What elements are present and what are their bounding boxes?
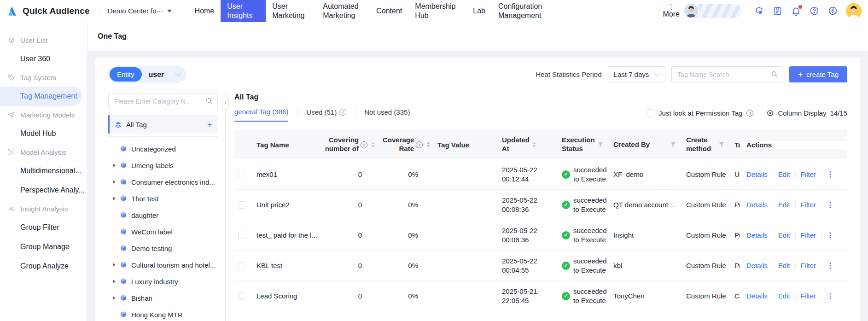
expand-caret-icon[interactable] <box>113 163 116 167</box>
edit-link[interactable]: Edit <box>778 292 790 300</box>
sidebar-item-group-manage[interactable]: Group Manage <box>0 237 87 257</box>
filter-icon[interactable] <box>719 142 724 147</box>
sort-icon[interactable] <box>426 142 430 147</box>
filter-link[interactable]: Filter <box>801 292 816 300</box>
brand[interactable]: Quick Audience <box>6 5 90 17</box>
row-checkbox[interactable] <box>238 201 245 209</box>
row-checkbox[interactable] <box>238 171 245 178</box>
nav-user-insights[interactable]: User Insights <box>221 0 266 22</box>
filter-link[interactable]: Filter <box>801 231 816 239</box>
sidebar-item-group-filter[interactable]: Group Filter <box>0 218 87 237</box>
tree-item[interactable]: Cultural tourism and hotel... <box>108 257 218 273</box>
tree-item[interactable]: Bishan <box>108 290 218 306</box>
details-link[interactable]: Details <box>746 201 768 209</box>
category-icon <box>120 228 127 235</box>
info-icon[interactable]: i <box>746 110 753 117</box>
tree-item[interactable]: Uncategorized <box>108 140 218 157</box>
expand-caret-icon[interactable] <box>113 296 116 300</box>
sidebar-section-tag-system[interactable]: Tag System <box>0 69 87 87</box>
sidebar-section-insight-analysis[interactable]: Insight Analysis <box>0 200 87 218</box>
nav-content[interactable]: Content <box>370 0 408 22</box>
create-tag-button[interactable]: + create Tag <box>789 66 847 82</box>
details-link[interactable]: Details <box>746 231 768 239</box>
tree-item[interactable]: daughter <box>108 207 218 223</box>
edit-link[interactable]: Edit <box>778 231 790 239</box>
row-checkbox[interactable] <box>238 232 245 239</box>
user-avatar[interactable] <box>846 3 862 19</box>
tasks-icon[interactable] <box>773 6 782 16</box>
more-actions-icon[interactable]: ⋮ <box>827 200 834 209</box>
add-category-button[interactable]: + <box>207 120 212 129</box>
tab-general-tag[interactable]: general Tag (386) <box>234 108 288 122</box>
nav-home[interactable]: Home <box>188 0 221 22</box>
period-select[interactable]: Last 7 days <box>608 66 666 82</box>
column-display-button[interactable]: Column Display 14/15 <box>766 109 847 117</box>
nav-more[interactable]: ⋮ More <box>663 3 680 18</box>
more-actions-icon[interactable]: ⋮ <box>827 170 834 179</box>
tree-item[interactable]: Demo testing <box>108 240 218 257</box>
category-search-input[interactable] <box>108 93 218 109</box>
tab-not-used[interactable]: Not used (335) <box>364 108 410 121</box>
currency-icon[interactable] <box>828 6 838 16</box>
sidebar-item-tag-management[interactable]: Tag Management <box>0 87 82 106</box>
sort-icon[interactable] <box>371 142 375 147</box>
expand-caret-icon[interactable] <box>113 263 116 267</box>
filter-icon[interactable] <box>598 142 603 147</box>
nav-automated-marketing[interactable]: Automated Marketing <box>316 0 370 22</box>
search-icon[interactable] <box>771 70 778 78</box>
expand-caret-icon[interactable] <box>113 180 116 184</box>
sidebar-section-model-analysis[interactable]: Model Analysis <box>0 143 87 161</box>
row-checkbox[interactable] <box>238 262 245 269</box>
table-header-row: Tag Name Covering number of i Coverage R… <box>234 130 847 159</box>
filter-link[interactable]: Filter <box>801 262 816 269</box>
edit-link[interactable]: Edit <box>778 201 790 209</box>
sidebar-section-user-list[interactable]: User List <box>0 31 87 49</box>
info-icon[interactable]: i <box>361 141 367 148</box>
more-actions-icon[interactable]: ⋮ <box>827 231 834 239</box>
filter-icon[interactable] <box>670 142 676 147</box>
tree-item[interactable]: Luxury industry <box>108 273 218 290</box>
search-icon[interactable] <box>205 97 213 105</box>
sidebar-item-perspective-analysis[interactable]: Perspective Analy... <box>0 181 87 200</box>
nav-membership-hub[interactable]: Membership Hub <box>408 0 466 22</box>
details-link[interactable]: Details <box>746 170 768 178</box>
info-icon[interactable]: i <box>339 109 346 116</box>
nav-user-marketing[interactable]: User Marketing <box>266 0 316 22</box>
help-icon[interactable] <box>810 6 819 16</box>
tree-item[interactable]: Hong Kong MTR <box>108 306 218 321</box>
filter-link[interactable]: Filter <box>801 170 816 178</box>
more-actions-icon[interactable]: ⋮ <box>827 261 834 270</box>
more-actions-icon[interactable]: ⋮ <box>827 292 834 300</box>
nav-configuration-management[interactable]: Configuration Management <box>492 0 555 22</box>
sidebar-item-user-360[interactable]: User 360 <box>0 49 87 69</box>
sidebar-item-group-analyze[interactable]: Group Analyze <box>0 257 87 276</box>
notifications-icon[interactable] <box>791 6 801 16</box>
row-checkbox[interactable] <box>238 292 245 300</box>
workspace-switcher[interactable]: Demo Center fo··· <box>108 7 172 15</box>
assistant-banner[interactable] <box>683 4 742 18</box>
edit-link[interactable]: Edit <box>778 262 790 269</box>
sidebar-section-marketing-models[interactable]: Marketing Models <box>0 106 87 124</box>
tree-item[interactable]: Consumer electronics ind... <box>108 174 218 190</box>
tag-search-input[interactable] <box>671 66 783 82</box>
tab-used[interactable]: Used (51)i <box>306 108 346 121</box>
expand-caret-icon[interactable] <box>113 197 116 200</box>
settings-icon[interactable] <box>754 6 764 16</box>
filter-link[interactable]: Filter <box>801 201 816 209</box>
nav-lab[interactable]: Lab <box>466 0 492 22</box>
details-link[interactable]: Details <box>746 292 768 300</box>
details-link[interactable]: Details <box>746 262 768 269</box>
sort-icon[interactable] <box>532 142 536 147</box>
tree-item[interactable]: Thor test <box>108 190 218 207</box>
expand-caret-icon[interactable] <box>113 280 116 283</box>
sidebar-item-model-hub[interactable]: Model Hub <box>0 124 87 143</box>
info-icon[interactable]: i <box>416 141 423 148</box>
edit-link[interactable]: Edit <box>778 170 790 178</box>
sidebar-item-multidimensional[interactable]: Multidimensional... <box>0 161 87 181</box>
entity-selector[interactable]: Entity user <box>108 66 186 83</box>
tree-item[interactable]: Umeng labels <box>108 157 218 174</box>
collapse-panel-button[interactable]: ‹ <box>222 96 229 110</box>
permission-checkbox[interactable] <box>647 109 654 117</box>
tree-item[interactable]: WeCom label <box>108 223 218 240</box>
category-all-tag[interactable]: All Tag + <box>108 115 218 134</box>
